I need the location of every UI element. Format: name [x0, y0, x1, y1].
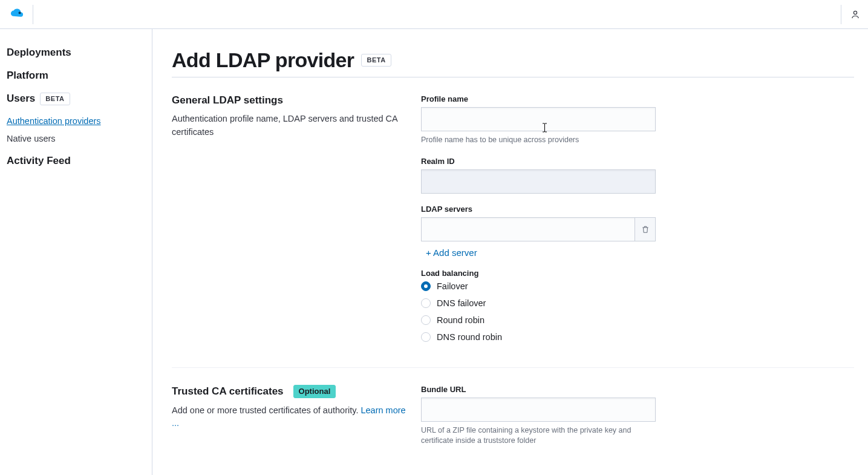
section-general: General LDAP settings Authentication pro…	[172, 77, 854, 353]
form-row-load-balancing: Load balancing FailoverDNS failoverRound…	[421, 269, 656, 342]
cloud-logo-icon	[10, 8, 24, 21]
section-general-left: General LDAP settings Authentication pro…	[172, 94, 421, 353]
profile-name-input[interactable]	[421, 107, 656, 131]
load-balancing-option[interactable]: DNS failover	[421, 298, 656, 308]
radio-icon	[421, 281, 431, 291]
sidebar-item-activity-feed[interactable]: Activity Feed	[7, 154, 152, 168]
realm-id-label: Realm ID	[421, 157, 656, 166]
section-trusted-heading: Trusted CA certificates	[172, 385, 284, 398]
radio-icon	[421, 315, 431, 325]
radio-label: Failover	[437, 281, 468, 291]
radio-label: DNS failover	[437, 298, 486, 308]
svg-point-0	[19, 11, 21, 14]
add-server-button[interactable]: + Add server	[421, 241, 482, 258]
load-balancing-group: FailoverDNS failoverRound robinDNS round…	[421, 281, 656, 342]
app-logo[interactable]	[7, 5, 27, 24]
bundle-url-help: URL of a ZIP file containing a keystore …	[421, 425, 656, 447]
beta-badge: BETA	[40, 93, 70, 105]
radio-icon	[421, 332, 431, 342]
svg-point-1	[853, 11, 857, 14]
realm-id-input	[421, 169, 656, 194]
load-balancing-label: Load balancing	[421, 269, 656, 278]
radio-label: Round robin	[437, 315, 485, 325]
section-trusted-title: Trusted CA certificates Optional	[172, 385, 406, 398]
profile-name-label: Profile name	[421, 94, 656, 103]
section-general-form: Profile name Profile name has to be uniq…	[421, 94, 656, 353]
topbar-left	[7, 5, 33, 24]
sidebar: Deployments Platform Users BETA Authenti…	[0, 29, 152, 475]
topbar-right	[841, 5, 861, 24]
topbar-divider-right	[841, 5, 841, 24]
sidebar-item-deployments[interactable]: Deployments	[7, 46, 152, 59]
trash-icon	[641, 225, 650, 234]
ldap-server-row	[421, 217, 656, 241]
user-icon[interactable]	[850, 9, 861, 20]
trusted-desc-text: Add one or more trusted certificates of …	[172, 405, 361, 415]
delete-server-button[interactable]	[635, 217, 656, 241]
form-row-bundle-url: Bundle URL URL of a ZIP file containing …	[421, 385, 656, 447]
section-trusted: Trusted CA certificates Optional Add one…	[172, 367, 854, 457]
load-balancing-option[interactable]: Failover	[421, 281, 656, 291]
section-trusted-left: Trusted CA certificates Optional Add one…	[172, 385, 421, 457]
page-header: Add LDAP provider BETA	[172, 48, 854, 77]
form-row-realm-id: Realm ID	[421, 157, 656, 194]
section-general-desc: Authentication profile name, LDAP server…	[172, 113, 406, 139]
section-trusted-desc: Add one or more trusted certificates of …	[172, 404, 406, 431]
load-balancing-option[interactable]: Round robin	[421, 315, 656, 325]
topbar	[0, 0, 868, 29]
form-row-profile-name: Profile name Profile name has to be uniq…	[421, 94, 656, 146]
sidebar-item-platform[interactable]: Platform	[7, 69, 152, 82]
profile-name-help: Profile name has to be unique across pro…	[421, 135, 656, 146]
radio-label: DNS round robin	[437, 332, 502, 342]
sidebar-item-label: Users	[7, 92, 35, 105]
ldap-server-input[interactable]	[421, 217, 635, 241]
sidebar-item-auth-providers[interactable]: Authentication providers	[7, 115, 152, 127]
section-trusted-form: Bundle URL URL of a ZIP file containing …	[421, 385, 656, 457]
bundle-url-input[interactable]	[421, 398, 656, 422]
optional-badge: Optional	[293, 385, 336, 398]
sidebar-group-users: Users BETA Authentication providers Nati…	[7, 92, 152, 145]
form-row-ldap-servers: LDAP servers + Add server	[421, 205, 656, 258]
load-balancing-option[interactable]: DNS round robin	[421, 332, 656, 342]
main-content: Add LDAP provider BETA General LDAP sett…	[152, 29, 866, 475]
page-beta-badge: BETA	[361, 54, 391, 67]
section-general-title: General LDAP settings	[172, 94, 406, 106]
ldap-servers-label: LDAP servers	[421, 205, 656, 214]
layout: Deployments Platform Users BETA Authenti…	[0, 29, 868, 475]
topbar-divider	[33, 5, 33, 24]
bundle-url-label: Bundle URL	[421, 385, 656, 394]
sidebar-item-native-users[interactable]: Native users	[7, 133, 152, 145]
page-title: Add LDAP provider	[172, 48, 354, 72]
radio-icon	[421, 298, 431, 308]
sidebar-item-users[interactable]: Users BETA	[7, 92, 152, 105]
